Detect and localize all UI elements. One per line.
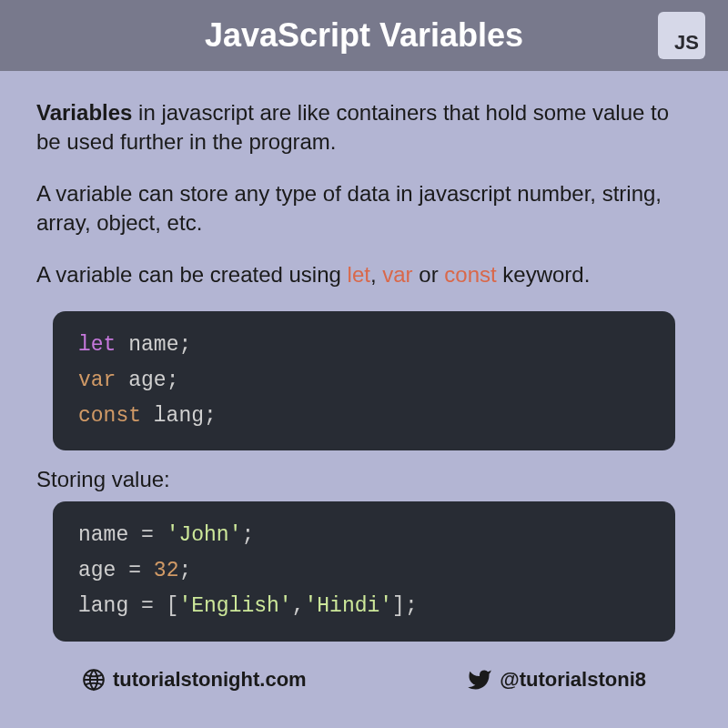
variables-term: Variables [36, 100, 132, 125]
code-ident-lang: lang [78, 594, 141, 618]
code-punc: ; [204, 404, 217, 428]
code-sep: , [292, 594, 305, 618]
globe-icon [82, 668, 106, 692]
code-block-assignments: name = 'John'; age = 32; lang = ['Englis… [53, 501, 675, 641]
code-string-hindi: 'Hindi' [304, 594, 392, 618]
p3-pre: A variable can be created using [36, 262, 348, 287]
code-close: ]; [392, 594, 418, 618]
js-badge-icon: JS [658, 12, 705, 59]
intro-paragraph-3: A variable can be created using let, var… [36, 260, 692, 289]
code-op: = [128, 559, 154, 582]
twitter-link: @tutorialstoni8 [467, 667, 646, 693]
intro-paragraph-1: Variables in javascript are like contain… [36, 98, 692, 157]
intro-text-1: in javascript are like containers that h… [36, 100, 669, 154]
intro-paragraph-2: A variable can store any type of data in… [36, 179, 692, 238]
p3-sep1: , [370, 262, 382, 287]
code-punc: ; [241, 523, 254, 547]
code-ident-name: name [78, 523, 141, 547]
code-line-3: lang = ['English','Hindi']; [78, 589, 650, 624]
code-line-3: const lang; [78, 399, 650, 434]
code-line-1: name = 'John'; [78, 518, 650, 553]
keyword-var: var [382, 262, 412, 287]
content-area: Variables in javascript are like contain… [0, 71, 728, 642]
header-bar: JavaScript Variables JS [0, 0, 728, 71]
footer: tutorialstonight.com @tutorialstoni8 [0, 658, 728, 693]
code-op-bracket: = [ [141, 594, 178, 618]
code-ident-age: age [116, 369, 166, 392]
code-op: = [141, 523, 167, 547]
code-line-2: age = 32; [78, 553, 650, 589]
twitter-text: @tutorialstoni8 [500, 668, 646, 692]
code-keyword-const: const [78, 404, 141, 428]
code-number-32: 32 [154, 559, 179, 582]
code-string-english: 'English' [178, 594, 291, 618]
code-string-john: 'John' [167, 523, 242, 547]
website-link: tutorialstonight.com [82, 668, 307, 692]
website-text: tutorialstonight.com [113, 668, 307, 692]
code-ident-lang: lang [141, 404, 204, 428]
code-punc: ; [178, 559, 191, 582]
code-line-1: let name; [78, 328, 650, 363]
code-punc: ; [167, 369, 179, 392]
code-keyword-let: let [78, 333, 116, 357]
keyword-const: const [444, 262, 496, 287]
twitter-icon [467, 667, 492, 693]
code-keyword-var: var [78, 369, 116, 392]
code-punc: ; [178, 333, 191, 357]
storing-value-label: Storing value: [36, 467, 692, 492]
code-ident-age: age [78, 559, 128, 582]
p3-sep2: or [413, 262, 445, 287]
p3-post: keyword. [497, 262, 591, 287]
code-block-declarations: let name; var age; const lang; [53, 311, 675, 450]
code-ident-name: name [116, 333, 178, 357]
keyword-let: let [348, 262, 370, 287]
page-title: JavaScript Variables [205, 16, 523, 55]
code-line-2: var age; [78, 363, 650, 399]
